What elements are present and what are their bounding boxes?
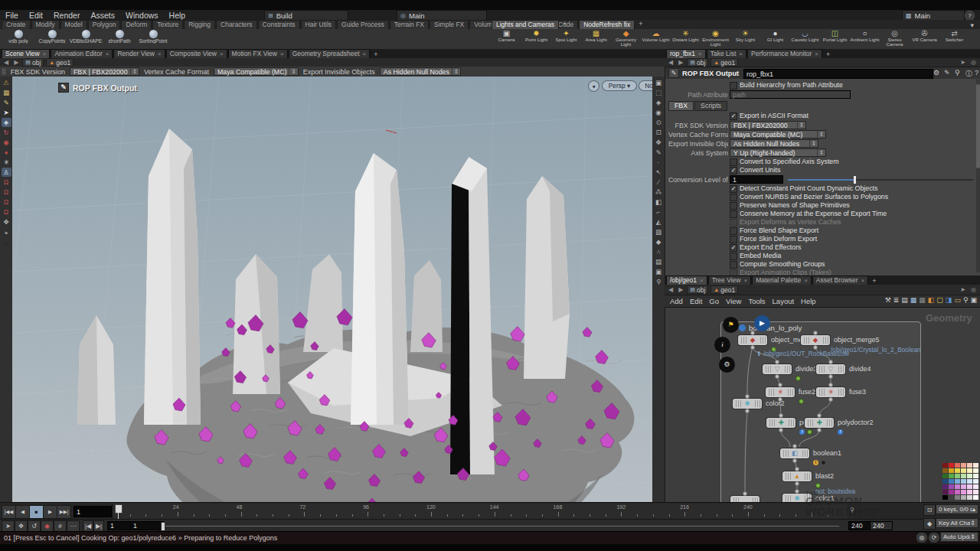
node-output[interactable]	[778, 397, 782, 402]
lock-icon[interactable]: ◈	[2, 118, 11, 127]
range-start-field[interactable]	[130, 521, 164, 530]
path-obj[interactable]: ▤obj	[687, 58, 708, 67]
node-badge-green[interactable]	[807, 429, 812, 435]
node-output[interactable]	[775, 374, 779, 379]
palette-swatch[interactable]	[949, 495, 954, 500]
palette-swatch[interactable]	[973, 495, 978, 500]
palette-swatch[interactable]	[942, 463, 948, 468]
close-icon[interactable]: ×	[220, 50, 224, 58]
radial-menu-gear-petal[interactable]: ⚙	[719, 357, 735, 373]
palette-swatch[interactable]	[942, 474, 948, 478]
node-blast2[interactable]: ▲	[782, 471, 812, 481]
path-attribute-field[interactable]: path	[730, 90, 851, 99]
forward-icon[interactable]: ▶	[677, 59, 684, 66]
tools-icon[interactable]: ⚒	[885, 296, 891, 304]
move-handle-icon[interactable]: ◉	[2, 138, 11, 147]
shelf-tool-point-light[interactable]: ✹Point Light	[521, 29, 551, 49]
desktop-selector[interactable]: ⊞ Build	[264, 10, 348, 21]
diamond-icon[interactable]: ◆	[654, 237, 664, 246]
node-badge-f[interactable]: f	[838, 429, 843, 435]
camera-select-pill[interactable]: No cam ▾	[639, 80, 652, 91]
node-input[interactable]	[795, 467, 799, 471]
close-icon[interactable]: ×	[698, 50, 702, 58]
warning-icon[interactable]: ⚠	[2, 78, 11, 87]
shelf-tool-switcher[interactable]: ⇄Switcher	[939, 29, 969, 49]
frame-icon[interactable]: ⊡	[654, 128, 664, 137]
add-pane-tab-button[interactable]: +	[371, 51, 381, 58]
circle-slash-icon[interactable]: ◒	[2, 227, 11, 236]
range-end-field[interactable]	[848, 521, 871, 530]
palette-swatch[interactable]	[973, 479, 978, 484]
shelf-tab-simple-fx[interactable]: Simple FX	[430, 20, 469, 29]
tab-obj-geo1[interactable]: /obj/geo1×	[666, 276, 707, 285]
op-menu-vertex-cache-format[interactable]: Maya Compatible (MC)⇕	[214, 67, 299, 76]
path-geo1[interactable]: ▲geo1	[710, 58, 738, 67]
node-input[interactable]	[745, 394, 750, 399]
shelf-tab-polygon[interactable]: Polygon	[88, 20, 121, 29]
palette-swatch[interactable]	[949, 490, 954, 494]
param-checkbox-export-in-ascii-format[interactable]: ✓	[730, 112, 737, 120]
shelf-tool-gi-light[interactable]: ●GI Light	[760, 29, 790, 49]
snowflake-icon[interactable]: ✳	[2, 158, 11, 167]
palette-swatch[interactable]	[949, 484, 954, 489]
param-tab-fbx[interactable]: FBX	[668, 101, 694, 111]
draw-icon[interactable]: ✎	[654, 148, 664, 157]
menu-assets[interactable]: Assets	[85, 11, 120, 20]
wire-icon[interactable]: ▭	[954, 296, 961, 304]
box-icon[interactable]: ▦	[2, 88, 11, 97]
magnifier-icon[interactable]: ⚲	[654, 277, 664, 286]
net-menu-help[interactable]: Help	[801, 297, 816, 305]
rows-icon[interactable]: ▤	[654, 257, 664, 266]
param-menu-axis-system[interactable]: Y Up (Right-handed)⇕	[730, 148, 826, 157]
tree-icon[interactable]: ≣	[893, 296, 900, 304]
palette-swatch[interactable]	[949, 468, 954, 473]
grid2-icon[interactable]: ▣	[654, 267, 664, 276]
palette-swatch[interactable]	[949, 479, 954, 484]
corner-icon[interactable]: ⌐	[654, 207, 664, 217]
palette-swatch[interactable]	[942, 468, 948, 473]
shelf-tool-portal-light[interactable]: ◫Portal Light	[820, 29, 850, 49]
param-checkbox-conserve-memory-at-the-expense-of-export-time[interactable]	[730, 210, 737, 218]
hand-icon[interactable]: ✥	[2, 217, 11, 227]
node-badge-green[interactable]	[799, 399, 804, 404]
camera-persp-pill[interactable]: Persp ▾	[602, 80, 637, 91]
cook-mode-icon[interactable]: ◍	[916, 532, 928, 543]
range-slider-handle[interactable]	[161, 522, 165, 531]
param-checkbox-convert-units[interactable]: ✓	[730, 167, 737, 174]
node-output[interactable]	[828, 374, 833, 379]
tab-material-palette[interactable]: Material Palette×	[752, 276, 812, 285]
close-icon[interactable]: ×	[158, 50, 162, 58]
shelf-tab-characters[interactable]: Characters	[216, 20, 257, 29]
node-input[interactable]	[778, 383, 782, 387]
palette-swatch[interactable]	[961, 474, 966, 478]
node-color-palette[interactable]	[942, 463, 978, 500]
step-back-button[interactable]: ◀	[15, 505, 30, 519]
param-menu-fbx-sdk-version[interactable]: FBX | FBX202000⇕	[730, 121, 806, 129]
palette-swatch[interactable]	[967, 468, 972, 473]
close-icon[interactable]: ×	[743, 276, 747, 285]
node-input[interactable]	[775, 360, 779, 364]
snap-grid-icon[interactable]: Ω	[2, 178, 11, 187]
menu-help[interactable]: Help	[164, 11, 191, 20]
radial-menu-info-petal[interactable]: i	[714, 337, 730, 353]
menu-edit[interactable]: Edit	[24, 11, 48, 20]
close-icon[interactable]: ×	[739, 50, 743, 58]
shelf-tool-volume-light[interactable]: ☁Volume Light	[641, 29, 671, 49]
op-menu-export-invisible-objects[interactable]: As Hidden Null Nodes⇕	[380, 67, 461, 76]
shelf-tool-caustic-light[interactable]: ◡Caustic Light	[790, 29, 820, 49]
node-output[interactable]	[779, 428, 783, 432]
snap-view-icon[interactable]: ▣	[970, 296, 977, 304]
close-icon[interactable]: ×	[804, 276, 808, 285]
palette-swatch[interactable]	[942, 484, 948, 489]
palette-swatch[interactable]	[967, 463, 972, 468]
net-color-icon[interactable]: ◨	[946, 296, 952, 304]
snapshot-icon[interactable]: ▣	[654, 78, 664, 87]
key-all-channels-dropdown[interactable]: Key All Channels⇕	[936, 518, 978, 528]
close-icon[interactable]: ×	[106, 50, 109, 58]
arrow-icon[interactable]: ↖	[654, 168, 664, 177]
dot-icon[interactable]: ·	[654, 158, 664, 167]
param-tab-scripts[interactable]: Scripts	[694, 101, 727, 111]
node-color1[interactable]: ❋	[782, 494, 812, 502]
back-icon[interactable]: ◀	[667, 59, 675, 66]
node-input[interactable]	[779, 413, 783, 418]
